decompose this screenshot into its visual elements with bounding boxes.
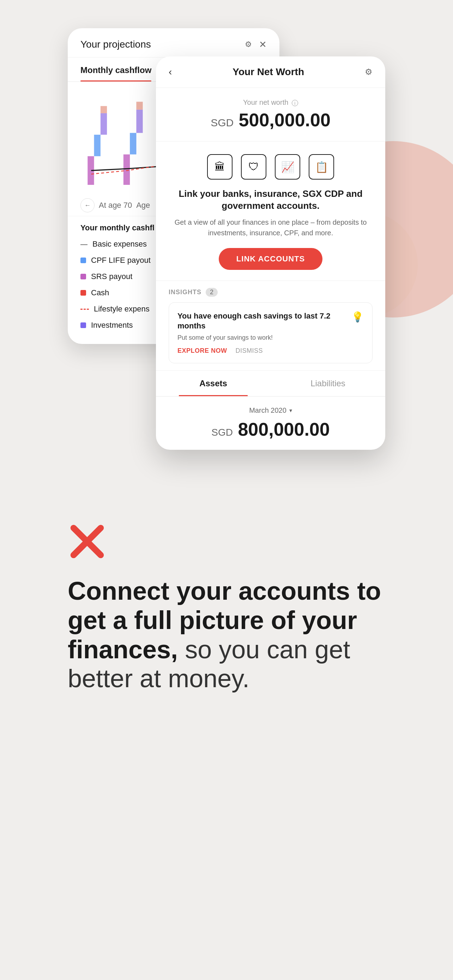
insights-count: 2 xyxy=(206,288,218,297)
tab-liabilities[interactable]: Liabilities xyxy=(270,371,385,396)
card-networth: ‹ Your Net Worth ⚙ Your net worth i SGD … xyxy=(156,56,385,450)
insights-header: INSIGHTS 2 xyxy=(168,288,373,297)
cashflow-investments-label: Investments xyxy=(91,321,133,330)
link-accounts-section: 🏛 🛡 📈 📋 Link your banks, insurance, SGX … xyxy=(156,142,385,281)
cashflow-cash-label: Cash xyxy=(91,288,109,298)
dot-pink-icon xyxy=(80,274,86,279)
cashflow-basic-label: Basic expenses xyxy=(92,240,147,249)
star-x-icon xyxy=(68,522,106,561)
tab-monthly-cashflow[interactable]: Monthly cashflow xyxy=(80,57,151,81)
dot-purple-icon xyxy=(80,323,86,328)
age-nav-back[interactable]: ← xyxy=(80,198,95,212)
svg-rect-5 xyxy=(130,133,136,154)
assets-tabs: Assets Liabilities xyxy=(156,371,385,396)
info-icon[interactable]: i xyxy=(292,100,298,106)
lightbulb-icon: 💡 xyxy=(351,311,364,323)
insight-text: You have enough cash savings to last 7.2… xyxy=(178,311,346,355)
svg-rect-4 xyxy=(124,154,130,185)
tab-assets[interactable]: Assets xyxy=(156,371,270,396)
networth-title: Your Net Worth xyxy=(232,66,304,78)
chart-icon: 📈 xyxy=(275,154,300,180)
insights-section: INSIGHTS 2 You have enough cash savings … xyxy=(156,281,385,371)
svg-rect-7 xyxy=(136,102,143,109)
account-icons: 🏛 🛡 📈 📋 xyxy=(168,154,373,180)
explore-now-button[interactable]: EXPLORE NOW xyxy=(178,347,227,355)
period-label: March 2020 ▾ xyxy=(168,406,373,415)
settings-icon[interactable]: ⚙ xyxy=(365,67,373,77)
insights-label: INSIGHTS xyxy=(168,289,202,296)
dot-blue-icon xyxy=(80,258,86,263)
insight-subtitle: Put some of your savings to work! xyxy=(178,334,346,342)
svg-rect-6 xyxy=(136,110,143,133)
filter-icon[interactable]: ⚙ xyxy=(245,40,252,49)
close-icon[interactable]: ✕ xyxy=(259,39,267,50)
period-currency: SGD xyxy=(211,427,233,438)
dot-dash-icon: — xyxy=(80,240,87,248)
dot-dashed-icon xyxy=(80,309,89,310)
projections-controls: ⚙ ✕ xyxy=(245,39,267,50)
projections-header: Your projections ⚙ ✕ xyxy=(68,28,280,57)
dismiss-button[interactable]: DISMISS xyxy=(236,347,263,355)
back-arrow-icon[interactable]: ‹ xyxy=(168,66,172,78)
bottom-text: Connect your accounts to get a full pict… xyxy=(68,522,385,693)
insight-actions: EXPLORE NOW DISMISS xyxy=(178,347,346,355)
bank-icon: 🏛 xyxy=(207,154,232,180)
cashflow-cpf-label: CPF LIFE payout xyxy=(91,256,151,265)
link-title: Link your banks, insurance, SGX CDP and … xyxy=(168,188,373,212)
link-accounts-button[interactable]: LINK ACCOUNTS xyxy=(219,248,323,270)
svg-rect-2 xyxy=(100,113,107,135)
age-label-next: Age xyxy=(136,201,150,210)
headline: Connect your accounts to get a full pict… xyxy=(68,576,385,693)
page-container: Your projections ⚙ ✕ Monthly cashflow To… xyxy=(0,0,453,721)
cashflow-srs-label: SRS payout xyxy=(91,272,132,281)
age-label-text: At age 70 xyxy=(99,201,132,210)
svg-rect-1 xyxy=(94,135,100,156)
dot-red-icon xyxy=(80,290,86,296)
projections-title: Your projections xyxy=(80,39,151,50)
networth-label: Your net worth i xyxy=(168,99,373,107)
insurance-icon: 🛡 xyxy=(241,154,266,180)
svg-rect-3 xyxy=(100,106,107,113)
networth-amount: SGD 500,000.00 xyxy=(168,109,373,130)
link-desc: Get a view of all your finances in one p… xyxy=(168,217,373,238)
phone-area: Your projections ⚙ ✕ Monthly cashflow To… xyxy=(68,28,385,487)
networth-display: Your net worth i SGD 500,000.00 xyxy=(156,88,385,142)
cashflow-lifestyle-label: Lifestyle expens xyxy=(94,304,149,313)
networth-header: ‹ Your Net Worth ⚙ xyxy=(156,56,385,88)
starmoney-logo xyxy=(68,522,385,562)
gov-icon: 📋 xyxy=(309,154,334,180)
period-amount: SGD 800,000.00 xyxy=(168,419,373,440)
insight-title: You have enough cash savings to last 7.2… xyxy=(178,311,346,331)
svg-point-23 xyxy=(84,538,90,545)
insight-card: You have enough cash savings to last 7.2… xyxy=(168,302,373,363)
networth-currency: SGD xyxy=(211,117,234,129)
dropdown-arrow[interactable]: ▾ xyxy=(289,407,292,414)
assets-period: March 2020 ▾ SGD 800,000.00 xyxy=(156,396,385,450)
